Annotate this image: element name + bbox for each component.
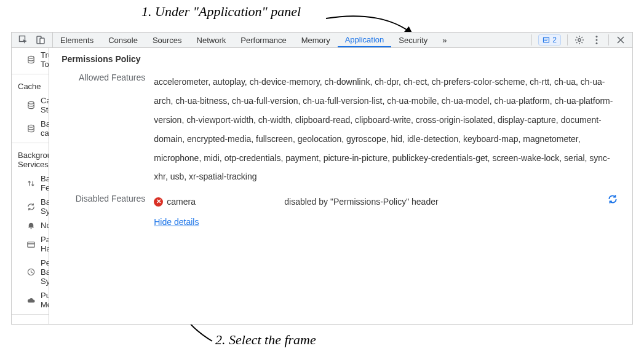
sidebar-item-background-fetch[interactable]: Background Fetch — [12, 172, 49, 195]
svg-point-17 — [596, 42, 598, 44]
svg-line-14 — [581, 37, 582, 38]
sidebar-item-back-forward-cache[interactable]: Back/forward cache — [12, 117, 49, 140]
sidebar-item-trust-tokens[interactable]: Trust Tokens — [12, 48, 49, 71]
tab-memory[interactable]: Memory — [294, 33, 338, 47]
sidebar-item-label: Push Messaging — [41, 291, 49, 309]
disabled-features-table: ✕cameradisabled by "Permissions-Policy" … — [154, 194, 620, 230]
svg-rect-3 — [544, 37, 549, 42]
disabled-feature-name: camera — [167, 194, 196, 210]
db-icon — [26, 124, 36, 133]
tab-elements[interactable]: Elements — [53, 33, 101, 47]
updown-icon — [26, 179, 36, 188]
disabled-features-label: Disabled Features — [62, 194, 154, 203]
svg-point-23 — [31, 228, 32, 229]
database-icon — [26, 55, 36, 65]
section-title: Permissions Policy — [62, 54, 620, 64]
divider — [12, 143, 49, 143]
divider — [608, 34, 609, 45]
allowed-features-value: accelerometer, autoplay, ch-device-memor… — [154, 73, 620, 186]
more-menu-icon[interactable] — [591, 34, 602, 45]
sidebar-item-label: Trust Tokens — [41, 50, 49, 69]
sidebar-item-push-messaging[interactable]: Push Messaging — [12, 288, 49, 312]
tab-console[interactable]: Console — [101, 33, 145, 47]
sidebar-group-title: Background Services — [12, 146, 49, 172]
sidebar-item-cache-storage[interactable]: Cache Storage — [12, 93, 49, 117]
sidebar-item-label: Back/forward cache — [41, 119, 49, 138]
devtools-window: ElementsConsoleSourcesNetworkPerformance… — [11, 32, 633, 325]
sidebar-item-label: Cache Storage — [41, 96, 49, 114]
svg-point-16 — [596, 39, 598, 41]
panel-tabs: ElementsConsoleSourcesNetworkPerformance… — [53, 33, 525, 47]
tab-application[interactable]: Application — [338, 33, 392, 47]
disabled-feature-reason: disabled by "Permissions-Policy" header — [284, 194, 598, 210]
annotation-step-1: 1. Under "Application" panel — [141, 4, 301, 20]
svg-point-21 — [28, 101, 34, 104]
sidebar-item-background-sync[interactable]: Background Sync — [12, 195, 49, 218]
sidebar-item-label: Periodic Background Sync — [41, 258, 49, 286]
svg-point-6 — [578, 39, 581, 41]
allowed-features-label: Allowed Features — [62, 73, 154, 82]
sidebar-item-label: Background Sync — [41, 197, 49, 216]
sidebar-item-periodic-background-sync[interactable]: Periodic Background Sync — [12, 256, 49, 288]
hide-details-link[interactable]: Hide details — [154, 214, 199, 231]
svg-point-15 — [596, 36, 598, 37]
sidebar-item-label: Notifications — [41, 221, 49, 230]
svg-rect-24 — [28, 242, 34, 247]
toolbar-left — [12, 33, 53, 47]
error-icon: ✕ — [154, 197, 163, 207]
issue-icon — [543, 36, 550, 44]
cloud-icon — [26, 296, 36, 305]
disabled-feature-row: ✕cameradisabled by "Permissions-Policy" … — [154, 194, 620, 210]
bell-icon — [26, 221, 36, 230]
card-icon — [26, 240, 36, 249]
tabs-overflow[interactable]: » — [435, 33, 454, 47]
devtools-tabbar: ElementsConsoleSourcesNetworkPerformance… — [12, 33, 632, 48]
tab-security[interactable]: Security — [391, 33, 435, 47]
divider — [567, 34, 568, 45]
tab-sources[interactable]: Sources — [145, 33, 189, 47]
application-sidebar: Trust Tokens CacheCache StorageBack/forw… — [12, 48, 49, 324]
sidebar-item-payment-handler[interactable]: Payment Handler — [12, 232, 49, 256]
svg-line-13 — [576, 42, 578, 44]
db-icon — [26, 101, 36, 110]
sidebar-group-frames: Frames — [12, 317, 49, 324]
sidebar-item-notifications[interactable]: Notifications — [12, 218, 49, 232]
divider — [531, 34, 532, 45]
divider — [12, 74, 49, 74]
svg-rect-2 — [40, 38, 44, 44]
svg-line-11 — [576, 37, 578, 38]
divider — [12, 314, 49, 315]
sidebar-item-label: Background Fetch — [41, 174, 49, 192]
close-icon[interactable] — [615, 34, 626, 45]
tab-performance[interactable]: Performance — [233, 33, 293, 47]
inspect-element-icon[interactable] — [18, 34, 29, 45]
clock-icon — [26, 267, 36, 277]
annotation-step-2: 2. Select the frame — [215, 332, 316, 348]
permissions-policy-panel: Permissions Policy Allowed Features acce… — [49, 48, 632, 324]
sync-icon — [26, 202, 36, 211]
svg-point-20 — [28, 56, 34, 58]
issues-indicator[interactable]: 2 — [538, 34, 561, 45]
device-toolbar-icon[interactable] — [35, 34, 46, 45]
sidebar-group-title: Cache — [12, 77, 49, 93]
svg-point-22 — [28, 125, 34, 127]
reload-button[interactable] — [605, 194, 620, 205]
tab-network[interactable]: Network — [189, 33, 234, 47]
toolbar-right: 2 — [525, 33, 632, 47]
sidebar-item-label: Payment Handler — [41, 235, 49, 253]
settings-icon[interactable] — [574, 34, 585, 45]
svg-line-12 — [581, 42, 582, 44]
issues-count: 2 — [552, 36, 557, 44]
